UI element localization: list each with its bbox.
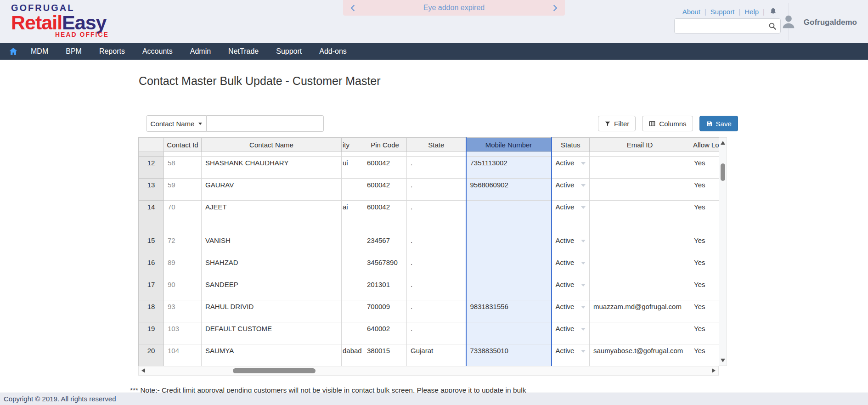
cell-contact-id[interactable]: 93 [164, 300, 202, 322]
cell-pin-code[interactable]: 201301 [363, 278, 407, 300]
nav-item[interactable]: MDM [22, 43, 57, 60]
global-search-input[interactable] [675, 19, 768, 33]
cell-pin-code[interactable]: 600042 [363, 179, 407, 201]
grid-search-input[interactable] [207, 115, 324, 132]
cell-city[interactable]: ui [342, 157, 363, 179]
cell-status[interactable]: Active [552, 201, 590, 234]
home-icon[interactable] [8, 46, 18, 56]
bell-icon[interactable] [769, 7, 778, 16]
cell-contact-name[interactable]: SANDEEP [202, 278, 342, 300]
cell-state[interactable]: . [407, 278, 466, 300]
cell-status[interactable]: Active [552, 278, 590, 300]
cell-status[interactable]: Active [552, 300, 590, 322]
cell-mobile-number[interactable] [466, 278, 552, 300]
cell-contact-id[interactable]: 70 [164, 201, 202, 234]
cell-email[interactable] [590, 278, 690, 300]
cell-contact-id[interactable]: 59 [164, 179, 202, 201]
scroll-down-icon[interactable] [721, 359, 725, 362]
chevron-left-icon[interactable] [350, 4, 358, 11]
vertical-scrollbar[interactable] [719, 137, 727, 366]
col-header-contact-name[interactable]: Contact Name [202, 138, 342, 152]
cell-status[interactable]: Active [552, 234, 590, 256]
save-button[interactable]: Save [699, 116, 738, 131]
cell-contact-name[interactable]: SHASHANK CHAUDHARY [202, 157, 342, 179]
nav-item[interactable]: Admin [181, 43, 220, 60]
col-header-city[interactable]: ity [342, 138, 363, 152]
cell-status[interactable]: Active [552, 157, 590, 179]
cell-contact-name[interactable]: GAURAV [202, 179, 342, 201]
cell-city[interactable] [342, 322, 363, 344]
cell-contact-id[interactable]: 58 [164, 157, 202, 179]
cell-state[interactable]: . [407, 157, 466, 179]
cell-pin-code[interactable]: 380015 [363, 344, 407, 366]
filter-button[interactable]: Filter [598, 116, 636, 131]
cell-state[interactable]: Gujarat [407, 344, 466, 366]
cell-state[interactable]: . [407, 234, 466, 256]
cell-city[interactable] [342, 256, 363, 278]
nav-item[interactable]: Add-ons [310, 43, 355, 60]
cell-city[interactable] [342, 234, 363, 256]
cell-state[interactable]: . [407, 256, 466, 278]
scroll-right-icon[interactable] [712, 368, 716, 373]
cell-state[interactable]: . [407, 201, 466, 234]
cell-allow-loyalty[interactable]: Yes [690, 256, 719, 278]
cell-city[interactable]: dabad [342, 344, 363, 366]
columns-button[interactable]: Columns [642, 116, 693, 131]
cell-email[interactable] [590, 201, 690, 234]
nav-item[interactable]: NetTrade [220, 43, 267, 60]
scroll-up-icon[interactable] [721, 141, 725, 145]
cell-status[interactable]: Active [552, 179, 590, 201]
cell-contact-name[interactable]: SHAHZAD [202, 256, 342, 278]
horizontal-scroll-thumb[interactable] [233, 368, 316, 373]
cell-email[interactable]: muazzam.md@gofrugal.com [590, 300, 690, 322]
cell-mobile-number[interactable]: 7351113002 [466, 157, 552, 179]
nav-item[interactable]: BPM [57, 43, 90, 60]
cell-mobile-number[interactable] [466, 256, 552, 278]
cell-pin-code[interactable]: 34567890 [363, 256, 407, 278]
cell-mobile-number[interactable]: 9831831556 [466, 300, 552, 322]
cell-contact-id[interactable]: 72 [164, 234, 202, 256]
field-selector-dropdown[interactable]: Contact Name [146, 115, 207, 132]
cell-contact-id[interactable]: 103 [164, 322, 202, 344]
cell-contact-name[interactable]: AJEET [202, 201, 342, 234]
cell-contact-name[interactable]: VANISH [202, 234, 342, 256]
cell-mobile-number[interactable] [466, 234, 552, 256]
cell-contact-name[interactable]: RAHUL DRIVID [202, 300, 342, 322]
cell-status[interactable]: Active [552, 256, 590, 278]
cell-email[interactable] [590, 234, 690, 256]
header-link[interactable]: About [682, 8, 700, 16]
col-header-state[interactable]: State [407, 138, 466, 152]
cell-contact-id[interactable]: 89 [164, 256, 202, 278]
col-header-row-select[interactable] [139, 138, 164, 152]
cell-status[interactable]: Active [552, 344, 590, 366]
col-header-allow-loyalty[interactable]: Allow Lo [690, 138, 719, 152]
search-icon[interactable] [768, 22, 777, 30]
cell-pin-code[interactable]: 600042 [363, 201, 407, 234]
cell-city[interactable] [342, 300, 363, 322]
col-header-status[interactable]: Status [552, 138, 590, 152]
vertical-scroll-thumb[interactable] [721, 163, 725, 181]
cell-email[interactable] [590, 256, 690, 278]
cell-state[interactable]: . [407, 179, 466, 201]
cell-state[interactable]: . [407, 300, 466, 322]
cell-pin-code[interactable]: 700009 [363, 300, 407, 322]
chevron-right-icon[interactable] [551, 4, 558, 11]
col-header-email-id[interactable]: Email ID [590, 138, 690, 152]
nav-item[interactable]: Support [267, 43, 310, 60]
cell-mobile-number[interactable] [466, 322, 552, 344]
col-header-contact-id[interactable]: Contact Id [164, 138, 202, 152]
cell-allow-loyalty[interactable]: Yes [690, 234, 719, 256]
cell-contact-id[interactable]: 90 [164, 278, 202, 300]
nav-item[interactable]: Accounts [134, 43, 181, 60]
cell-status[interactable]: Active [552, 322, 590, 344]
cell-city[interactable] [342, 179, 363, 201]
cell-email[interactable] [590, 322, 690, 344]
cell-allow-loyalty[interactable]: Yes [690, 344, 719, 366]
scroll-left-icon[interactable] [141, 368, 145, 373]
cell-email[interactable]: saumyabose.t@gofrugal.com [590, 344, 690, 366]
cell-pin-code[interactable]: 640002 [363, 322, 407, 344]
cell-mobile-number[interactable]: 7338835010 [466, 344, 552, 366]
cell-allow-loyalty[interactable]: Yes [690, 201, 719, 234]
cell-mobile-number[interactable] [466, 201, 552, 234]
nav-item[interactable]: Reports [90, 43, 134, 60]
